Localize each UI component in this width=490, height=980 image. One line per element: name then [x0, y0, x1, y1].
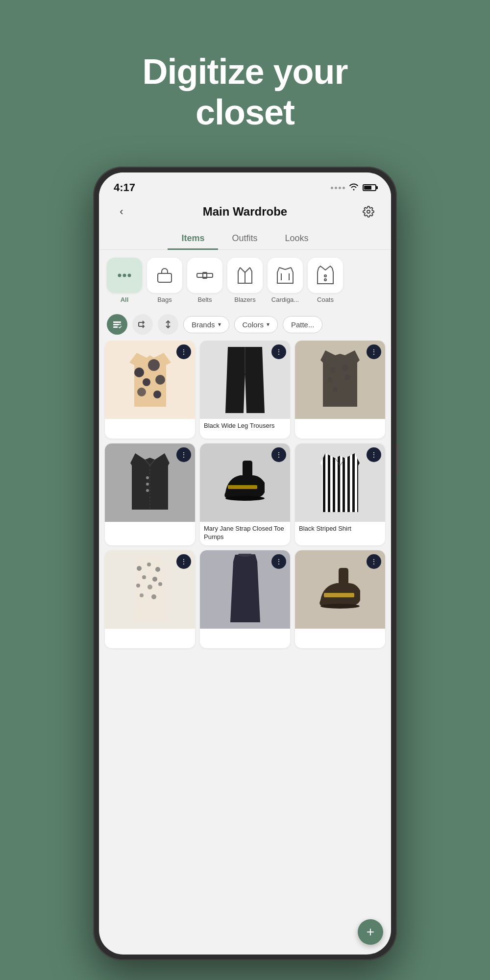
svg-point-43: [151, 594, 156, 599]
phone-mockup: 4:17: [93, 167, 397, 960]
svg-point-17: [148, 359, 160, 371]
sort-button[interactable]: [158, 314, 178, 335]
signal-dot-4: [343, 187, 345, 189]
battery-icon: [363, 184, 376, 191]
svg-point-29: [146, 489, 149, 492]
svg-point-1: [118, 274, 122, 277]
svg-point-35: [147, 563, 151, 566]
hero-section: Digitize your closet: [0, 0, 490, 143]
svg-point-41: [158, 582, 162, 586]
category-icon-coats: [308, 258, 343, 293]
item-card-2[interactable]: ⋮ Black Wide Leg Trousers: [200, 341, 290, 439]
svg-point-19: [155, 375, 165, 385]
category-belts[interactable]: Belts: [187, 258, 222, 303]
category-coats[interactable]: Coats: [308, 258, 343, 303]
svg-point-37: [142, 575, 146, 579]
item-card-9[interactable]: ⋮: [295, 550, 385, 648]
category-icon-cardigans: [268, 258, 303, 293]
category-icon-blazers: [227, 258, 263, 293]
item-card-3[interactable]: ⋮: [295, 341, 385, 439]
card-menu-2[interactable]: ⋮: [271, 344, 286, 359]
card-menu-6[interactable]: ⋮: [367, 447, 381, 462]
header-title: Main Wardrobe: [203, 205, 287, 219]
brands-label: Brands: [192, 320, 215, 329]
card-menu-4[interactable]: ⋮: [176, 447, 191, 462]
card-menu-8[interactable]: ⋮: [271, 554, 286, 569]
tab-looks[interactable]: Looks: [271, 228, 322, 250]
svg-point-42: [140, 593, 144, 597]
status-bar: 4:17: [99, 172, 391, 198]
svg-point-34: [137, 566, 142, 571]
card-menu-9[interactable]: ⋮: [367, 554, 381, 569]
category-label-coats: Coats: [317, 296, 334, 303]
svg-point-16: [134, 368, 144, 377]
svg-point-38: [152, 577, 157, 582]
category-label-bags: Bags: [157, 296, 172, 303]
category-label-cardigans: Cardiga...: [271, 296, 299, 303]
card-menu-5[interactable]: ⋮: [271, 447, 286, 462]
category-label-belts: Belts: [198, 296, 212, 303]
signal-dot-2: [335, 187, 337, 189]
tab-items[interactable]: Items: [168, 228, 218, 250]
items-grid: ⋮ ⋮ Black Wide Leg Trousers: [99, 341, 391, 654]
card-menu-7[interactable]: ⋮: [176, 554, 191, 569]
hero-line1: Digitize your: [142, 52, 347, 91]
card-menu-1[interactable]: ⋮: [176, 344, 191, 359]
svg-point-10: [324, 279, 326, 281]
colors-label: Colors: [243, 320, 264, 329]
svg-point-24: [328, 377, 333, 382]
signal-dot-1: [331, 187, 333, 189]
item-label-5: Mary Jane Strap Closed Toe Pumps: [200, 522, 290, 545]
card-menu-3[interactable]: ⋮: [367, 344, 381, 359]
svg-point-40: [147, 585, 152, 589]
wifi-icon: [349, 183, 359, 193]
svg-point-0: [367, 210, 370, 213]
item-label-2: Black Wide Leg Trousers: [200, 419, 290, 434]
category-blazers[interactable]: Blazers: [227, 258, 263, 303]
filter-bar: Brands ▾ Colors ▾ Patte...: [99, 311, 391, 341]
item-card-1[interactable]: ⋮: [105, 341, 195, 439]
item-card-4[interactable]: ⋮: [105, 443, 195, 545]
brands-filter[interactable]: Brands ▾: [183, 316, 229, 333]
tab-outfits[interactable]: Outfits: [218, 228, 271, 250]
colors-filter[interactable]: Colors ▾: [234, 316, 278, 333]
category-cardigans[interactable]: Cardiga...: [268, 258, 303, 303]
checklist-button[interactable]: [107, 314, 127, 335]
svg-point-22: [330, 367, 336, 373]
item-card-5[interactable]: ⋮ Mary Jane Strap Closed Toe Pumps: [200, 443, 290, 545]
category-scroll[interactable]: All Bags: [99, 250, 391, 311]
hero-line2: closet: [196, 93, 294, 132]
svg-point-46: [320, 604, 360, 609]
svg-point-18: [143, 378, 150, 386]
svg-point-27: [146, 476, 149, 479]
back-button[interactable]: ‹: [113, 203, 130, 220]
item-card-7[interactable]: ⋮: [105, 550, 195, 648]
patterns-label: Patte...: [291, 320, 315, 329]
category-icon-belts: [187, 258, 222, 293]
status-icons: [331, 183, 376, 193]
category-all[interactable]: All: [107, 258, 142, 303]
signal-dot-3: [339, 187, 341, 189]
app-header: ‹ Main Wardrobe: [99, 198, 391, 228]
svg-point-26: [333, 387, 338, 392]
tab-bar: Items Outfits Looks: [99, 228, 391, 250]
settings-button[interactable]: [360, 203, 377, 220]
colors-arrow: ▾: [267, 321, 270, 328]
svg-point-9: [324, 275, 326, 277]
item-card-6[interactable]: ⋮ Black Striped Shirt: [295, 443, 385, 545]
svg-point-3: [128, 274, 131, 277]
item-card-8[interactable]: ⋮: [200, 550, 290, 648]
svg-point-39: [136, 584, 140, 588]
status-time: 4:17: [114, 181, 135, 194]
category-icon-bags: [147, 258, 182, 293]
add-item-fab[interactable]: +: [358, 919, 383, 945]
shuffle-button[interactable]: [132, 314, 153, 335]
patterns-filter[interactable]: Patte...: [283, 316, 323, 333]
svg-point-36: [155, 567, 160, 572]
brands-arrow: ▾: [218, 321, 221, 328]
category-icon-all: [107, 258, 142, 293]
svg-point-31: [225, 496, 265, 501]
svg-rect-4: [158, 273, 172, 282]
category-bags[interactable]: Bags: [147, 258, 182, 303]
svg-point-2: [123, 274, 126, 277]
